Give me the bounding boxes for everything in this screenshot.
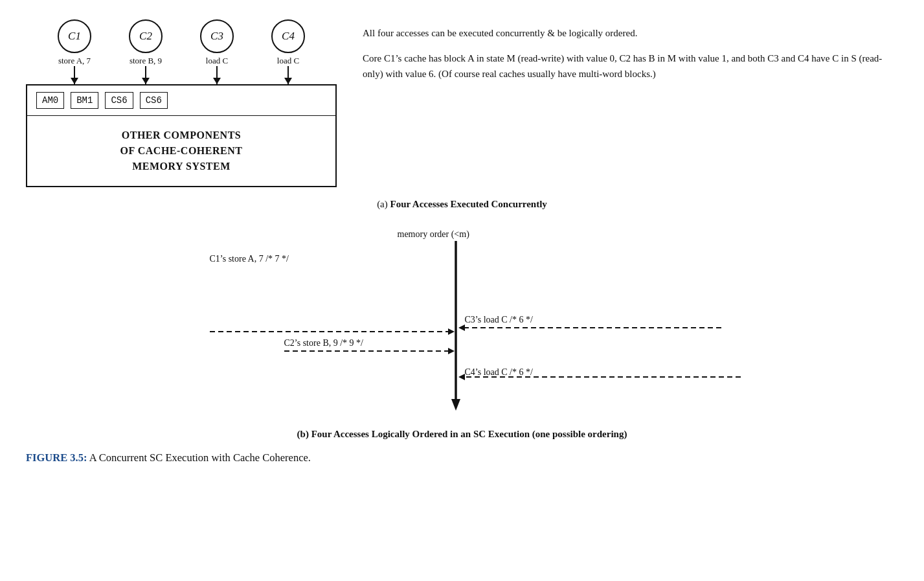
arrow-label-c2: store B, 9 bbox=[130, 56, 162, 66]
core-col-c1: C1 store A, 7 bbox=[58, 19, 91, 84]
other-line2: OF CACHE-COHERENT bbox=[34, 143, 329, 159]
down-arrow-c3 bbox=[216, 66, 218, 84]
caption-b-prefix: (b) bbox=[297, 429, 311, 439]
core-circle-c2: C2 bbox=[129, 19, 163, 53]
arrow-label-c1: store A, 7 bbox=[58, 56, 91, 66]
cache-box-cs6-1: CS6 bbox=[105, 92, 133, 109]
bottom-section: memory order (<m) C1’s store A, 7 /* 7 *… bbox=[26, 229, 898, 440]
cache-box-bm1: BM1 bbox=[71, 92, 98, 109]
down-arrow-c1 bbox=[74, 66, 75, 84]
core-label-c3: C3 bbox=[210, 30, 223, 43]
core-label-c2: C2 bbox=[139, 30, 152, 43]
caption-a-prefix: (a) bbox=[377, 199, 388, 209]
core-circle-c4: C4 bbox=[271, 19, 305, 53]
core-circle-c1: C1 bbox=[58, 19, 91, 53]
cache-boxes-row: AM0 BM1 CS6 CS6 bbox=[27, 85, 335, 116]
core-col-c4: C4 load C bbox=[271, 19, 305, 84]
cache-system-box: AM0 BM1 CS6 CS6 OTHER COMPONENTS OF CACH… bbox=[26, 84, 337, 187]
cache-box-am0: AM0 bbox=[36, 92, 64, 109]
description-right: All four accesses can be executed concur… bbox=[363, 19, 898, 92]
svg-marker-3 bbox=[448, 328, 455, 335]
dashed-arrows bbox=[184, 229, 741, 424]
figure-label: FIGURE 3.5: bbox=[26, 451, 87, 464]
caption-b: (b) Four Accesses Logically Ordered in a… bbox=[297, 429, 627, 440]
cores-row: C1 store A, 7 C2 store B, 9 C3 load C bbox=[26, 19, 337, 84]
diagram-left: C1 store A, 7 C2 store B, 9 C3 load C bbox=[26, 19, 337, 187]
arrow-label-c3: load C bbox=[206, 56, 228, 66]
svg-marker-5 bbox=[458, 325, 465, 331]
caption-b-text: Four Accesses Logically Ordered in an SC… bbox=[311, 429, 627, 439]
core-circle-c3: C3 bbox=[200, 19, 234, 53]
desc-para2: Core C1’s cache has block A in state M (… bbox=[363, 51, 898, 82]
caption-a: (a) Four Accesses Executed Concurrently bbox=[26, 199, 898, 210]
svg-marker-9 bbox=[458, 374, 465, 380]
cache-box-cs6-2: CS6 bbox=[140, 92, 168, 109]
memory-diagram: memory order (<m) C1’s store A, 7 /* 7 *… bbox=[184, 229, 741, 424]
core-col-c3: C3 load C bbox=[200, 19, 234, 84]
svg-marker-7 bbox=[448, 348, 455, 354]
other-line3: MEMORY SYSTEM bbox=[34, 159, 329, 174]
other-line1: OTHER COMPONENTS bbox=[34, 128, 329, 143]
core-label-c1: C1 bbox=[68, 30, 81, 43]
arrow-label-c4: load C bbox=[277, 56, 299, 66]
down-arrow-c4 bbox=[287, 66, 289, 84]
core-label-c4: C4 bbox=[282, 30, 295, 43]
top-section: C1 store A, 7 C2 store B, 9 C3 load C bbox=[26, 19, 898, 187]
figure-caption: FIGURE 3.5: A Concurrent SC Execution wi… bbox=[26, 451, 898, 464]
caption-a-text: Four Accesses Executed Concurrently bbox=[390, 199, 547, 209]
core-col-c2: C2 store B, 9 bbox=[129, 19, 163, 84]
down-arrow-c2 bbox=[145, 66, 146, 84]
other-components: OTHER COMPONENTS OF CACHE-COHERENT MEMOR… bbox=[27, 116, 335, 186]
figure-text: A Concurrent SC Execution with Cache Coh… bbox=[87, 451, 311, 464]
desc-para1: All four accesses can be executed concur… bbox=[363, 26, 898, 41]
